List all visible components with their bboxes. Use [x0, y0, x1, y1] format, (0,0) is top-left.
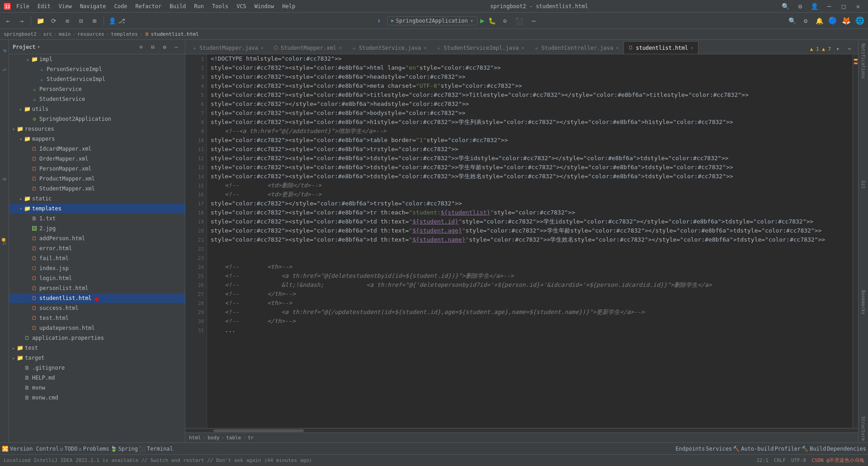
tree-toggle[interactable]: ▾	[11, 127, 16, 132]
breadcrumb-resources[interactable]: resources	[77, 31, 104, 37]
menu-code[interactable]: Code	[111, 2, 131, 10]
coverage-btn[interactable]: ⊙	[499, 14, 511, 27]
code-line[interactable]: <!--<a th:href="@{/addstudent}">增加学生</a>…	[207, 127, 853, 136]
code-line[interactable]: <!-- &lt;!&ndash; <a th:href="@{'deletep…	[207, 281, 853, 290]
code-line[interactable]: style="color:#cc7832"><style="color:#e8b…	[207, 226, 853, 235]
code-line[interactable]: <!-- <td>更新</td>-->	[207, 190, 853, 199]
left-icon-bookmarks[interactable]: B	[1, 170, 8, 188]
tree-item[interactable]: ▸📁target	[9, 353, 185, 363]
tree-item[interactable]: 🗋index.jsp	[9, 263, 185, 273]
code-line[interactable]: style="color:#cc7832"><style="color:#e8b…	[207, 109, 853, 118]
menu-vcs[interactable]: VCS	[233, 2, 250, 10]
breadcrumb-project[interactable]: springboot2	[4, 31, 37, 37]
editor-hscroll[interactable]	[185, 428, 858, 433]
code-line[interactable]: style="color:#cc7832"><style="color:#e8b…	[207, 118, 853, 127]
endpoints-btn[interactable]: Endpoints	[675, 446, 705, 452]
minimize-btn[interactable]: ─	[823, 1, 835, 11]
menu-help[interactable]: Help	[278, 2, 299, 10]
git-sidebar-btn[interactable]: Git	[860, 179, 867, 190]
tree-item[interactable]: ▸📁static	[9, 194, 185, 204]
tab-list-btn[interactable]: ▾	[833, 44, 843, 54]
profile-btn[interactable]: ⬛	[513, 14, 526, 27]
code-line[interactable]: style="color:#cc7832"><style="color:#e8b…	[207, 63, 853, 72]
left-icon-git[interactable]: G	[1, 234, 8, 252]
hscroll-thumb[interactable]	[213, 429, 304, 432]
code-line[interactable]: style="color:#cc7832"><style="color:#e8b…	[207, 172, 853, 181]
breadcrumb-main[interactable]: main	[59, 31, 71, 37]
line-sep[interactable]: CRLF	[774, 457, 786, 463]
code-line[interactable]	[207, 253, 853, 262]
code-line[interactable]: style="color:#cc7832"><style="color:#e8b…	[207, 208, 853, 217]
expand-btn[interactable]: ⊞	[88, 14, 101, 27]
forward-btn[interactable]: →	[15, 14, 28, 27]
services-btn[interactable]: Services	[706, 446, 732, 452]
tree-item[interactable]: 🗋personlist.html	[9, 283, 185, 293]
debug-button[interactable]: 🐛	[487, 16, 497, 25]
tree-toggle[interactable]: ▾	[18, 206, 24, 211]
tree-item[interactable]: 🗋studentlist.html◀	[9, 293, 185, 303]
menu-build[interactable]: Build	[166, 2, 189, 10]
profiler-btn[interactable]: Profiler	[774, 446, 801, 452]
code-line[interactable]: <!-- <th>-->	[207, 299, 853, 308]
tree-item[interactable]: ☕StudentServiceImpl	[9, 74, 185, 84]
tree-item[interactable]: ▸📁test	[9, 343, 185, 353]
bookmarks-sidebar-btn[interactable]: Bookmarks	[860, 288, 867, 316]
menu-run[interactable]: Run	[190, 2, 208, 10]
code-line[interactable]: <!DOCTYPE htmlstyle="color:#cc7832">>	[207, 54, 853, 63]
code-line[interactable]: style="color:#cc7832"><style="color:#e8b…	[207, 90, 853, 100]
tree-item[interactable]: 🖼2.jpg	[9, 223, 185, 233]
tab-close-2[interactable]: ✕	[423, 45, 427, 51]
more-run-btn[interactable]: ⋯	[528, 14, 540, 27]
code-line[interactable]: style="color:#cc7832"><style="color:#e8b…	[207, 163, 853, 172]
version-control-btn[interactable]: 🔀 Version Control	[2, 446, 59, 452]
tree-item[interactable]: 🗎mvnw.cmd	[9, 393, 185, 403]
run-config-dropdown[interactable]: ▶ Springboot2Application ▾	[387, 16, 477, 25]
code-line[interactable]: <!-- <td>删除</td>-->	[207, 181, 853, 190]
tab-student-mapper-xml[interactable]: ⬡ StudentMapper.xml ✕	[269, 41, 347, 54]
todo-btn[interactable]: ☑ TODO	[60, 446, 77, 452]
tree-item[interactable]: 🗎HELP.md	[9, 373, 185, 383]
breadcrumb-src[interactable]: src	[43, 31, 52, 37]
hide-panel-btn[interactable]: –	[171, 42, 181, 52]
collapse-btn[interactable]: ⊟	[75, 14, 87, 27]
tab-close-4[interactable]: ✕	[615, 45, 619, 51]
code-line[interactable]	[207, 244, 853, 253]
tree-toggle[interactable]: ▸	[11, 346, 16, 351]
tree-item[interactable]: 🗋success.html	[9, 303, 185, 313]
search-everywhere-btn[interactable]: 🔍	[786, 14, 798, 27]
tree-item[interactable]: 🗋OrderMapper.xml	[9, 154, 185, 164]
run-button[interactable]: ▶	[479, 15, 486, 26]
tab-student-mapper-java[interactable]: ☕ StudentMapper.java ✕	[187, 41, 269, 54]
tree-item[interactable]: ☕StudentService	[9, 94, 185, 104]
code-line[interactable]: <!-- <a th:href="@{deletestudentbyid(id=…	[207, 271, 853, 281]
structure-sidebar-btn[interactable]: Structure	[860, 414, 867, 442]
encoding[interactable]: UTF-8	[791, 457, 806, 463]
menu-refactor[interactable]: Refactor	[132, 2, 165, 10]
tab-more-btn[interactable]: ⋯	[844, 44, 854, 54]
tab-student-serviceimpl-java[interactable]: ☕ StudentServiceImpl.java ✕	[431, 41, 529, 54]
code-line[interactable]: style="color:#cc7832"><style="color:#e8b…	[207, 145, 853, 154]
spring-btn[interactable]: 🍃 Spring	[110, 446, 138, 452]
code-line[interactable]: <!-- <a th:href="@{/updatestudent(id=${s…	[207, 308, 853, 317]
tree-item[interactable]: 🗎.gitignore	[9, 363, 185, 373]
gear-btn[interactable]: ⚙	[799, 14, 812, 27]
project-btn[interactable]: 📁	[34, 14, 47, 27]
tab-close-1[interactable]: ✕	[338, 45, 343, 51]
tree-item[interactable]: ▾📁resources	[9, 124, 185, 134]
code-line[interactable]: style="color:#cc7832"><style="color:#e8b…	[207, 154, 853, 163]
ed-breadcrumb-body[interactable]: body	[208, 435, 220, 441]
collapse-all-btn[interactable]: ⊟	[148, 42, 158, 52]
code-line[interactable]: style="color:#cc7832"><style="color:#e8b…	[207, 72, 853, 81]
tree-item[interactable]: 🗋addPerson.html	[9, 233, 185, 243]
tree-item[interactable]: ☕PersonServiceImpl	[9, 64, 185, 74]
menu-navigate[interactable]: Navigate	[76, 2, 110, 10]
git-update-btn[interactable]: ⬆	[373, 14, 385, 27]
tree-item[interactable]: 🗋application.properties	[9, 333, 185, 343]
tree-toggle[interactable]: ▸	[18, 196, 24, 201]
tree-toggle[interactable]: ▾	[18, 137, 24, 142]
menu-tools[interactable]: Tools	[208, 2, 232, 10]
code-line[interactable]: <!-- </th>-->	[207, 317, 853, 326]
browser-edge-btn[interactable]: 🌐	[854, 14, 866, 27]
account-btn[interactable]: 👤	[808, 1, 821, 11]
tree-item[interactable]: 🗋StudentMapper.xml	[9, 184, 185, 194]
